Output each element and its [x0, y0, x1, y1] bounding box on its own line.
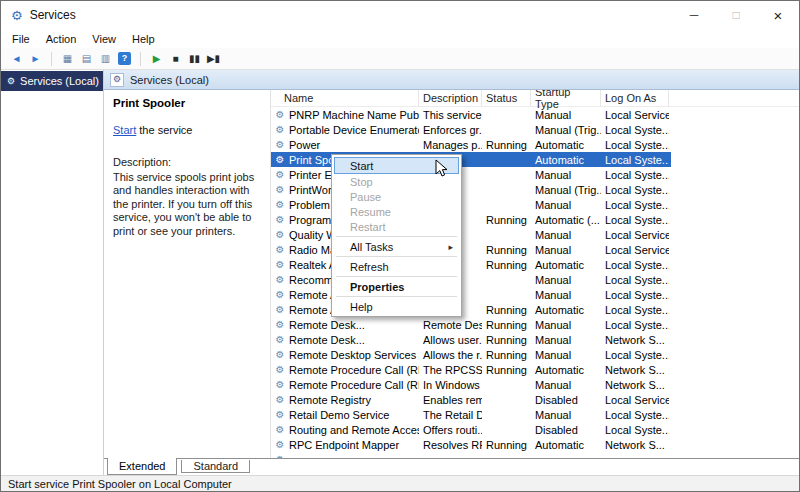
- service-gear-icon: ⚙: [274, 125, 286, 135]
- tab-extended[interactable]: Extended: [107, 458, 177, 475]
- service-status: Running: [482, 257, 531, 272]
- menu-action[interactable]: Action: [38, 31, 85, 47]
- list-header: NameDescriptionStatusStartup TypeLog On …: [271, 90, 799, 107]
- service-startup-type: Disabled: [531, 422, 601, 437]
- service-status: [482, 167, 531, 182]
- start-service-link[interactable]: Start: [113, 124, 136, 136]
- service-description: The RPCSS ...: [419, 362, 482, 377]
- properties-icon[interactable]: ▤: [77, 50, 96, 68]
- service-name-text: Power: [289, 139, 320, 151]
- show-console-tree-icon[interactable]: ▦: [58, 50, 77, 68]
- service-status: Running: [482, 212, 531, 227]
- context-menu-item-refresh[interactable]: Refresh: [334, 259, 459, 274]
- service-gear-icon: ⚙: [274, 200, 286, 210]
- tab-standard[interactable]: Standard: [181, 460, 250, 473]
- service-startup-type: Manual: [531, 377, 601, 392]
- service-status: [482, 407, 531, 422]
- service-startup-type: Manual: [531, 272, 601, 287]
- service-logon-as: Local Syste...: [601, 287, 669, 302]
- pause-service-icon[interactable]: ▮▮: [185, 50, 204, 68]
- service-logon-as: Local Syste...: [601, 257, 669, 272]
- back-icon[interactable]: ◄: [7, 50, 26, 68]
- service-description: Remote Des...: [419, 317, 482, 332]
- service-row[interactable]: ⚙PowerManages p...RunningAutomaticLocal …: [271, 137, 799, 152]
- service-row[interactable]: ⚙Remote RegistryEnables rem...DisabledLo…: [271, 392, 799, 407]
- service-logon-as: Local Syste...: [601, 317, 669, 332]
- maximize-button[interactable]: □: [715, 1, 757, 29]
- service-row[interactable]: ⚙Remote Desk...Allows user...RunningManu…: [271, 332, 799, 347]
- description-text: This service spools print jobs and handl…: [113, 171, 265, 238]
- start-service-icon[interactable]: ▶: [147, 50, 166, 68]
- forward-icon[interactable]: ►: [26, 50, 45, 68]
- context-menu-separator: [336, 256, 457, 257]
- service-status: Running: [482, 437, 531, 452]
- column-header-status[interactable]: Status: [482, 90, 531, 106]
- service-name-text: Retail Demo Service: [289, 409, 389, 421]
- service-gear-icon: ⚙: [274, 410, 286, 420]
- service-row[interactable]: ⚙Remote Desktop Services U...Allows the …: [271, 347, 799, 362]
- service-startup-type: Manual: [531, 287, 601, 302]
- column-header-log-on-as[interactable]: Log On As: [601, 90, 669, 106]
- service-description: Allows user...: [419, 332, 482, 347]
- service-status: [482, 392, 531, 407]
- close-button[interactable]: ×: [757, 1, 799, 29]
- service-row[interactable]: ⚙Remote Procedure Call (RP...In Windows …: [271, 377, 799, 392]
- service-startup-type: Manual: [531, 227, 601, 242]
- context-menu-item-all-tasks[interactable]: All Tasks▸: [334, 239, 459, 254]
- service-startup-type: Automatic: [531, 302, 601, 317]
- service-startup-type: Manual: [531, 197, 601, 212]
- service-startup-type: Manual (Trig...: [531, 182, 601, 197]
- column-header-startup-type[interactable]: Startup Type: [531, 90, 601, 106]
- service-name-text: Portable Device Enumerator...: [289, 124, 419, 136]
- menu-view[interactable]: View: [84, 31, 124, 47]
- service-name-text: Remote Desk...: [289, 334, 365, 346]
- toolbar-separator: [140, 52, 141, 66]
- tree-item-services-local[interactable]: ⚙ Services (Local): [1, 71, 103, 91]
- service-logon-as: Local Service: [601, 227, 669, 242]
- service-row[interactable]: ⚙Retail Demo ServiceThe Retail D...Manua…: [271, 407, 799, 422]
- help-icon[interactable]: ?: [118, 52, 131, 65]
- minimize-button[interactable]: ─: [673, 1, 715, 29]
- stop-service-icon[interactable]: ■: [166, 50, 185, 68]
- context-menu-item-help[interactable]: Help: [334, 299, 459, 314]
- context-menu-item-properties[interactable]: Properties: [334, 279, 459, 294]
- app-gear-icon: ⚙: [11, 9, 23, 22]
- submenu-arrow-icon: ▸: [448, 242, 453, 252]
- description-label: Description:: [113, 156, 262, 168]
- service-row[interactable]: ⚙PNRP Machine Name Publi...This service …: [271, 107, 799, 122]
- service-row[interactable]: ⚙RPC Endpoint MapperResolves RP...Runnin…: [271, 437, 799, 452]
- column-header-description[interactable]: Description: [419, 90, 482, 106]
- service-gear-icon: ⚙: [274, 245, 286, 255]
- service-gear-icon: ⚙: [274, 215, 286, 225]
- service-name-text: Routing and Remote Access: [289, 424, 419, 436]
- service-gear-icon: ⚙: [274, 320, 286, 330]
- service-row[interactable]: ⚙Routing and Remote AccessOffers routi..…: [271, 422, 799, 437]
- service-row[interactable]: ⚙Remote Desk...Remote Des...RunningManua…: [271, 317, 799, 332]
- menu-help[interactable]: Help: [124, 31, 163, 47]
- service-gear-icon: ⚙: [274, 290, 286, 300]
- title-bar: ⚙ Services ─ □ ×: [1, 1, 799, 29]
- tabs-row: ExtendedStandard: [104, 458, 799, 475]
- service-status: [482, 227, 531, 242]
- service-name-text: Remote Registry: [289, 394, 371, 406]
- service-logon-as: Local Syste...: [601, 122, 669, 137]
- menu-file[interactable]: File: [4, 31, 38, 47]
- window-title: Services: [30, 8, 76, 22]
- context-menu-separator: [336, 296, 457, 297]
- service-row[interactable]: ⚙Portable Device Enumerator...Enforces g…: [271, 122, 799, 137]
- service-logon-as: Local Syste...: [601, 167, 669, 182]
- service-status: [482, 122, 531, 137]
- service-row[interactable]: ⚙Remote Procedure Call (RPC)The RPCSS ..…: [271, 362, 799, 377]
- service-name-cell: ⚙Portable Device Enumerator...: [271, 122, 419, 137]
- restart-service-icon[interactable]: ▶▮: [204, 50, 223, 68]
- service-name-cell: ⚙PNRP Machine Name Publi...: [271, 107, 419, 122]
- context-menu: StartStopPauseResumeRestartAll Tasks▸Ref…: [331, 154, 462, 317]
- export-list-icon[interactable]: ▥: [96, 50, 115, 68]
- service-description: This service ...: [419, 107, 482, 122]
- services-window: ⚙ Services ─ □ × FileActionViewHelp ◄►▦▤…: [0, 0, 800, 492]
- service-startup-type: Manual: [531, 107, 601, 122]
- results-header: ⚙ Services (Local): [104, 70, 799, 90]
- service-gear-icon: ⚙: [274, 305, 286, 315]
- column-header-name[interactable]: Name: [271, 90, 419, 106]
- service-gear-icon: ⚙: [274, 230, 286, 240]
